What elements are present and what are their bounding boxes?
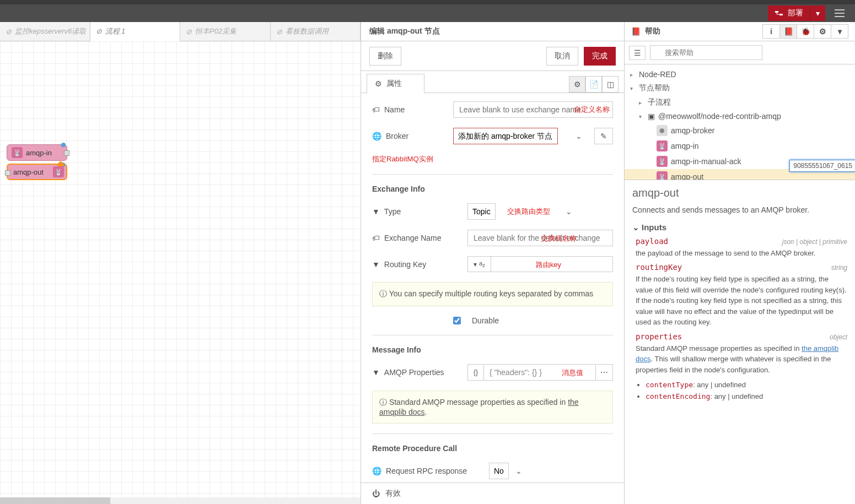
tab-debug[interactable]: 🐞 <box>797 24 814 39</box>
section-message: Message Info <box>372 345 613 354</box>
editor-tabs: ⚙ 属性 ⚙ 📄 ◫ <box>361 71 624 93</box>
input-port[interactable] <box>5 170 10 176</box>
rabbit-icon: 🐰 <box>12 147 23 158</box>
disabled-icon: ⊘ <box>96 27 102 35</box>
done-button[interactable]: 完成 <box>584 47 616 66</box>
help-header: 📕 帮助 i 📕 🐞 ⚙ ▾ <box>625 22 855 41</box>
tree-item[interactable]: ▸子流程 <box>625 95 855 110</box>
row-amqp-props: ▼AMQP Properties {} { "headers": {} } ⋯ … <box>372 364 613 381</box>
workspace-tab[interactable]: ⊘监控kepsserverv6读取 <box>0 22 90 41</box>
node-amqp-in[interactable]: 🐰 amqp-in <box>7 144 67 161</box>
broker-select[interactable]: 添加新的 amqp-broker 节点 <box>453 128 558 144</box>
workspace-tab[interactable]: ⊘流程 1 <box>90 22 181 41</box>
disabled-icon: ⊘ <box>186 28 192 36</box>
info-icon: ⓘ <box>379 398 387 407</box>
chevron-down-icon: ⌄ <box>632 223 639 232</box>
tree-item-amqp-in[interactable]: 🐰amqp-in <box>625 138 855 154</box>
edit-broker-button[interactable]: ✎ <box>594 128 613 144</box>
exname-label: Exchange Name <box>384 234 442 242</box>
row-rpc: 🌐Request RPC response No ⌄ <box>372 463 613 479</box>
amqp-props-hint: ⓘ Standard AMQP message properties as sp… <box>372 391 613 424</box>
amqp-label: AMQP Properties <box>384 368 444 377</box>
tab-info[interactable]: i <box>762 24 780 39</box>
type-select[interactable]: Topic <box>467 203 496 220</box>
editor-title: 编辑 amqp-out 节点 <box>361 22 624 41</box>
menu-button[interactable] <box>830 6 849 21</box>
tab-properties[interactable]: ⚙ 属性 <box>367 74 424 93</box>
info-icon: ⓘ <box>379 289 387 298</box>
exchange-name-input[interactable] <box>467 230 613 246</box>
flow-canvas[interactable]: 🐰 amqp-in amqp-out 🐰 <box>0 41 361 504</box>
rabbit-icon: 🐰 <box>657 156 668 167</box>
help-title: 帮助 <box>645 26 660 36</box>
section-rpc: Remote Procedure Call <box>372 444 613 453</box>
help-intro: Connects and sends messages to an AMQP b… <box>632 205 847 216</box>
svg-rect-1 <box>779 14 783 15</box>
help-tree: ▸Node-RED ▾节点帮助 ▸子流程 ▾▣@meowwolf/node-re… <box>625 64 855 180</box>
help-search-input[interactable] <box>650 45 762 60</box>
annotation: 指定RabbitMQ实例 <box>372 154 433 164</box>
tree-item[interactable]: ▸Node-RED <box>625 68 855 81</box>
tab-icon-description[interactable]: 📄 <box>585 76 602 93</box>
output-port[interactable] <box>64 150 69 156</box>
routing-key-hint: ⓘ You can specify multiple routing keys … <box>372 282 613 306</box>
tab-help[interactable]: 📕 <box>779 24 797 39</box>
row-exchange-name: 🏷Exchange Name 交换机名称 <box>372 230 613 246</box>
power-icon[interactable]: ⏻ <box>372 489 380 498</box>
status-dot <box>61 143 66 147</box>
tab-icon-settings[interactable]: ⚙ <box>569 76 585 93</box>
cancel-button[interactable]: 取消 <box>546 47 578 66</box>
annotation: 交换路由类型 <box>507 207 550 216</box>
prop-type: object <box>830 333 847 341</box>
deploy-label: 部署 <box>788 8 803 18</box>
horizontal-scrollbar[interactable] <box>0 497 361 504</box>
deploy-caret[interactable]: ▾ <box>810 6 825 21</box>
list-item: contentType: any | undefined <box>646 380 847 391</box>
deploy-icon <box>775 9 783 17</box>
filter-icon: ▼ <box>372 260 380 269</box>
durable-checkbox[interactable] <box>453 317 461 324</box>
workspace-tab[interactable]: ⊘看板数据调用 <box>271 22 361 41</box>
name-label: Name <box>384 105 405 114</box>
expand-button[interactable]: ⋯ <box>596 364 613 381</box>
annotation: 交换机名称 <box>541 234 577 243</box>
scroll-thumb[interactable] <box>0 497 110 504</box>
globe-icon: 🌐 <box>372 467 381 475</box>
tab-label: 属性 <box>386 79 402 89</box>
tree-item-amqp-broker[interactable]: ⬢amqp-broker <box>625 123 855 138</box>
broker-label: Broker <box>386 132 408 140</box>
row-broker: 🌐Broker 添加新的 amqp-broker 节点 ⌄ ✎ <box>372 128 613 144</box>
rpc-label: Request RPC response <box>386 467 467 475</box>
typed-input-type[interactable]: {} <box>467 364 483 381</box>
workspace-tab[interactable]: ⊘恒丰P02采集 <box>180 22 271 41</box>
row-name: 🏷Name 自定义名称 <box>372 101 613 118</box>
tooltip: 90855551067_0615 <box>789 160 855 172</box>
prop-desc: Standard AMQP message properties as spec… <box>636 343 847 376</box>
hamburger-icon <box>835 9 845 17</box>
delete-button[interactable]: 删除 <box>369 47 401 66</box>
tree-item[interactable]: ▾节点帮助 <box>625 81 855 95</box>
node-editor: 编辑 amqp-out 节点 删除 取消 完成 ⚙ 属性 ⚙ 📄 ◫ 🏷Name <box>361 22 625 504</box>
rabbit-icon: 🐰 <box>53 166 64 177</box>
deploy-button[interactable]: 部署 <box>768 6 810 21</box>
help-node-title: amqp-out <box>632 187 847 199</box>
chevron-down-icon: ⌄ <box>576 132 582 140</box>
prop-name: payload <box>636 237 668 246</box>
node-label: amqp-in <box>26 149 52 157</box>
tab-caret[interactable]: ▾ <box>831 24 848 39</box>
typed-input-type[interactable]: ▾az <box>467 256 491 272</box>
prop-name: properties <box>636 332 682 341</box>
rpc-select[interactable]: No <box>489 463 509 479</box>
type-label: Type <box>384 207 401 216</box>
inputs-heading[interactable]: ⌄Inputs <box>632 223 847 232</box>
node-amqp-out[interactable]: amqp-out 🐰 <box>7 164 67 180</box>
svg-rect-0 <box>775 11 778 13</box>
tab-icon-appearance[interactable]: ◫ <box>602 76 619 93</box>
list-item: contentEncoding: any | undefined <box>646 391 847 403</box>
tab-config[interactable]: ⚙ <box>814 24 831 39</box>
node-label: amqp-out <box>13 168 44 176</box>
list-toggle[interactable]: ☰ <box>629 46 646 60</box>
editor-form: 🏷Name 自定义名称 🌐Broker 添加新的 amqp-broker 节点 … <box>361 93 624 483</box>
tree-item[interactable]: ▾▣@meowwolf/node-red-contrib-amqp <box>625 110 855 123</box>
disabled-icon: ⊘ <box>276 28 282 36</box>
